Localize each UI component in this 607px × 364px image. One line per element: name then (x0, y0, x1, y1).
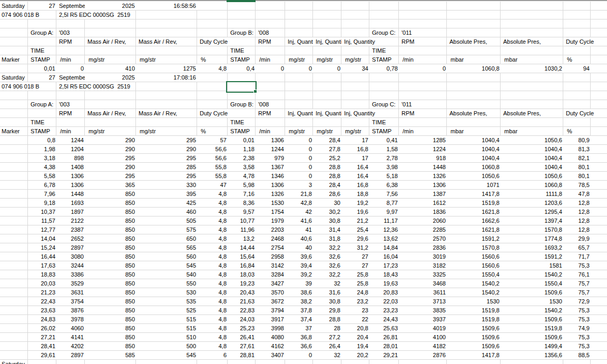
module-info-cell[interactable]: 2,5l R5 EDC 0000SG 2519 (56, 11, 130, 19)
data-cell[interactable]: 1050,6 (447, 172, 502, 180)
unit-cell[interactable]: % (197, 55, 206, 64)
data-cell[interactable]: 65,7 (563, 243, 592, 252)
data-cell[interactable]: 17 (341, 136, 371, 144)
data-cell[interactable]: 1591,2 (501, 252, 565, 261)
time-label-cell[interactable]: TIME (28, 46, 44, 55)
data-cell[interactable]: 3142 (256, 261, 287, 270)
data-cell[interactable]: 1621,8 (447, 225, 502, 234)
unit-cell[interactable]: /min (56, 55, 71, 64)
data-cell[interactable]: 330 (136, 181, 199, 189)
unit-cell[interactable]: mbar (447, 127, 464, 135)
data-cell[interactable]: 4,38 (28, 163, 58, 171)
data-cell[interactable]: 1754 (256, 208, 287, 216)
data-cell[interactable]: 0 (313, 64, 343, 73)
data-cell[interactable]: 25,8 (341, 270, 371, 279)
data-cell[interactable]: 3754 (56, 297, 86, 306)
data-cell[interactable]: 1040,4 (501, 163, 565, 171)
field-header-cell[interactable]: Inj, Quantity (313, 37, 343, 46)
data-cell[interactable]: 0 (285, 64, 315, 73)
data-cell[interactable]: 1,98 (28, 145, 58, 153)
data-cell[interactable]: 80,9 (563, 136, 592, 144)
data-cell[interactable]: 25,2 (313, 154, 343, 162)
group-label-cell[interactable]: Group C: (369, 100, 396, 109)
data-cell[interactable]: 850 (85, 288, 138, 297)
data-cell[interactable]: 38,2 (285, 297, 315, 306)
data-cell[interactable]: 2,38 (228, 154, 257, 162)
data-cell[interactable]: 850 (85, 199, 138, 207)
data-cell[interactable]: 1203,6 (501, 199, 565, 207)
field-header-cell[interactable]: Absolute Pres, (447, 109, 487, 117)
data-cell[interactable]: 1509,6 (501, 315, 565, 323)
data-cell[interactable]: 1040,4 (447, 145, 502, 153)
data-cell[interactable]: 3570 (256, 288, 287, 297)
data-cell[interactable]: 3631 (56, 288, 86, 297)
data-cell[interactable]: 1060,8 (501, 181, 565, 189)
data-cell[interactable]: 41,6 (285, 217, 315, 225)
data-cell[interactable]: 850 (85, 315, 138, 323)
data-cell[interactable]: 1306 (256, 181, 287, 189)
unit-cell[interactable]: % (197, 127, 206, 135)
time-label-cell[interactable]: TIME (228, 118, 244, 126)
data-cell[interactable]: 3937 (399, 315, 448, 323)
data-cell[interactable]: 850 (85, 252, 138, 261)
data-cell[interactable]: 4,8 (197, 342, 229, 350)
data-cell[interactable]: 55,8 (197, 163, 229, 171)
part-number-cell[interactable]: 074 906 018 B (1, 82, 40, 91)
data-cell[interactable]: 2754 (256, 243, 287, 252)
data-cell[interactable]: 1509,6 (501, 288, 565, 297)
data-cell[interactable]: 4,8 (197, 288, 229, 297)
data-cell[interactable]: 15,24 (28, 243, 58, 252)
data-cell[interactable]: 410 (85, 64, 138, 73)
data-cell[interactable]: 26,4 (313, 342, 343, 350)
data-cell[interactable]: 3672 (256, 297, 287, 306)
data-cell[interactable]: 81,3 (563, 145, 592, 153)
data-cell[interactable]: 15,64 (228, 252, 257, 261)
date-month-cell[interactable]: September (56, 73, 86, 82)
data-cell[interactable]: 1275 (136, 64, 199, 73)
data-cell[interactable]: 41 (285, 225, 315, 234)
data-cell[interactable]: 20,2 (341, 351, 371, 359)
data-cell[interactable]: 500 (136, 342, 199, 350)
data-cell[interactable]: 4,8 (197, 315, 229, 323)
data-cell[interactable]: 3019 (399, 252, 448, 261)
time-label-cell[interactable]: TIME (369, 118, 386, 126)
marker-label-cell[interactable]: Marker (1, 127, 19, 135)
data-cell[interactable]: 30,2 (313, 208, 343, 216)
data-cell[interactable]: 27,2 (313, 333, 343, 341)
data-cell[interactable]: 295 (136, 172, 199, 180)
data-cell[interactable]: 16,4 (341, 163, 371, 171)
data-cell[interactable]: 979 (256, 154, 287, 162)
data-cell[interactable]: 9,97 (369, 208, 400, 216)
group-label-cell[interactable]: Group B: (228, 28, 253, 37)
data-cell[interactable]: 1540,2 (447, 279, 502, 288)
data-cell[interactable]: 12,8 (563, 208, 592, 216)
data-cell[interactable]: 14,04 (28, 234, 58, 243)
data-cell[interactable]: 1519,8 (447, 315, 502, 323)
data-cell[interactable]: 24,83 (28, 315, 58, 323)
data-cell[interactable]: 650 (136, 234, 199, 243)
unit-cell[interactable]: mg/str (285, 55, 305, 64)
data-cell[interactable]: 16,44 (28, 252, 58, 261)
data-cell[interactable]: 28,8 (313, 163, 343, 171)
stamp-label-cell[interactable]: STAMP (369, 55, 391, 64)
data-cell[interactable]: 17 (341, 154, 371, 162)
data-cell[interactable]: 36,8 (285, 333, 315, 341)
group-label-cell[interactable]: Group A: (28, 28, 53, 37)
data-cell[interactable]: 2203 (256, 225, 287, 234)
data-cell[interactable]: 75,7 (563, 279, 592, 288)
data-cell[interactable]: 425 (136, 199, 199, 207)
data-cell[interactable]: 21,63 (228, 297, 257, 306)
data-cell[interactable]: 1346 (256, 172, 287, 180)
data-cell[interactable]: 2468 (256, 234, 287, 243)
data-cell[interactable]: 290 (85, 136, 138, 144)
group-id-cell[interactable]: '011 (399, 100, 412, 109)
data-cell[interactable]: 32,6 (313, 261, 343, 270)
data-cell[interactable]: 16,84 (228, 261, 257, 270)
data-cell[interactable]: 8,77 (369, 199, 400, 207)
data-cell[interactable]: 1060,8 (447, 64, 502, 73)
field-header-cell[interactable]: Absolute Pres, (501, 109, 541, 117)
data-cell[interactable]: 3978 (56, 315, 86, 323)
data-cell[interactable]: 1612 (399, 199, 448, 207)
data-cell[interactable]: 1581 (501, 261, 565, 270)
data-cell[interactable]: 1408 (56, 163, 86, 171)
